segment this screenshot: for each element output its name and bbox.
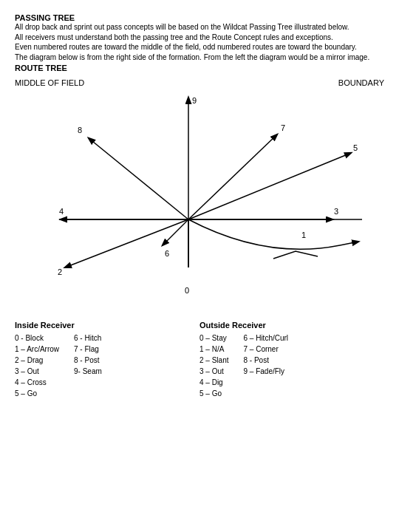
svg-text:5: 5	[353, 143, 358, 152]
svg-text:7: 7	[281, 123, 285, 132]
outside-route-2: 2 – Slant	[200, 355, 228, 366]
diagram-area: MIDDLE OF FIELD BOUNDARY	[15, 78, 384, 307]
outside-route-8: 8 - Post	[243, 355, 288, 366]
inside-route-9: 9- Seam	[74, 366, 102, 377]
inside-route-6: 6 - Hitch	[74, 332, 102, 344]
svg-text:1: 1	[301, 231, 306, 239]
svg-line-8	[188, 153, 351, 219]
outside-receiver-title: Outside Receiver	[200, 321, 384, 330]
outside-route-6: 6 – Hitch/Curl	[243, 332, 288, 344]
route-diagram: 9 7 8 5 4 3 6 2 1 0	[15, 90, 384, 304]
header-line3: Even numbered routes are toward the midd…	[15, 42, 384, 52]
svg-line-5	[188, 134, 277, 219]
field-labels: MIDDLE OF FIELD BOUNDARY	[15, 78, 384, 87]
inside-route-8: 8 - Post	[74, 355, 102, 366]
header-section: PASSING TREE All drop back and sprint ou…	[15, 13, 384, 72]
outside-route-0: 0 – Stay	[200, 332, 228, 344]
inside-route-2: 2 – Drag	[15, 355, 59, 366]
inside-receiver-title: Inside Receiver	[15, 321, 200, 330]
boundary-label: BOUNDARY	[338, 78, 384, 87]
svg-line-4	[89, 138, 188, 219]
legend-area: Inside Receiver 0 - Block 1 – Arc/Arrow …	[15, 321, 384, 399]
inside-route-7: 7 - Flag	[74, 344, 102, 355]
header-line2: All receivers must understand both the p…	[15, 33, 384, 43]
outside-route-3: 3 – Out	[200, 366, 228, 377]
svg-text:2: 2	[58, 267, 62, 276]
outside-receiver-col: Outside Receiver 0 – Stay 1 – N/A 2 – Sl…	[200, 321, 384, 399]
inside-route-3: 3 – Out	[15, 366, 59, 377]
outside-route-5: 5 – Go	[200, 388, 228, 399]
inside-route-4: 4 – Cross	[15, 377, 59, 388]
svg-text:8: 8	[78, 126, 82, 134]
outside-route-9: 9 – Fade/Fly	[243, 366, 288, 377]
svg-text:3: 3	[334, 207, 338, 216]
svg-text:4: 4	[59, 207, 64, 216]
inside-receiver-col: Inside Receiver 0 - Block 1 – Arc/Arrow …	[15, 321, 200, 399]
outside-route-7: 7 – Corner	[243, 344, 288, 355]
outside-col-1: 0 – Stay 1 – N/A 2 – Slant 3 – Out 4 – D…	[200, 332, 228, 399]
outside-receiver-routes: 0 – Stay 1 – N/A 2 – Slant 3 – Out 4 – D…	[200, 332, 384, 399]
header-line1: All drop back and sprint out pass concep…	[15, 22, 384, 33]
inside-col-1: 0 - Block 1 – Arc/Arrow 2 – Drag 3 – Out…	[15, 332, 59, 399]
outside-route-1: 1 – N/A	[200, 344, 228, 355]
inside-col-2: 6 - Hitch 7 - Flag 8 - Post 9- Seam	[74, 332, 102, 399]
middle-of-field-label: MIDDLE OF FIELD	[15, 78, 84, 87]
outside-route-4: 4 – Dig	[200, 377, 228, 388]
inside-receiver-routes: 0 - Block 1 – Arc/Arrow 2 – Drag 3 – Out…	[15, 332, 200, 399]
svg-text:9: 9	[192, 96, 197, 105]
inside-route-0: 0 - Block	[15, 332, 59, 344]
inside-route-5: 5 – Go	[15, 388, 59, 399]
passing-tree-title: PASSING TREE	[15, 13, 384, 22]
header-line4: The diagram below is from the right side…	[15, 52, 384, 63]
svg-text:6: 6	[165, 249, 169, 258]
page: PASSING TREE All drop back and sprint ou…	[0, 0, 399, 532]
route-tree-title: ROUTE TREE	[15, 64, 384, 72]
outside-col-2: 6 – Hitch/Curl 7 – Corner 8 - Post 9 – F…	[243, 332, 288, 399]
svg-line-9	[65, 219, 188, 267]
svg-text:0: 0	[185, 286, 189, 295]
inside-route-1: 1 – Arc/Arrow	[15, 344, 59, 355]
svg-line-3	[163, 219, 188, 245]
